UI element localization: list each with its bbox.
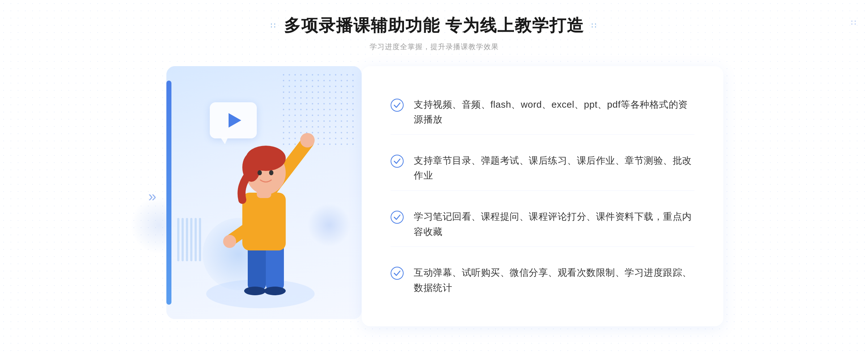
features-panel: 支持视频、音频、flash、word、excel、ppt、pdf等各种格式的资源… [362,66,723,326]
content-area: » [145,66,723,326]
feature-text-3: 学习笔记回看、课程提问、课程评论打分、课件资料下载，重点内容收藏 [414,209,694,239]
svg-point-18 [391,99,403,111]
feature-text-4: 互动弹幕、试听购买、微信分享、观看次数限制、学习进度跟踪、数据统计 [414,265,694,295]
title-dots-right: ∷ [591,21,597,30]
subtitle: 学习进度全掌握，提升录播课教学效果 [271,42,598,52]
feature-item-4: 互动弹幕、试听购买、微信分享、观看次数限制、学习进度跟踪、数据统计 [391,258,694,302]
svg-point-19 [391,155,403,167]
person-illustration [195,113,333,315]
feature-item-1: 支持视频、音频、flash、word、excel、ppt、pdf等各种格式的资源… [391,90,694,135]
svg-point-14 [258,170,262,175]
svg-point-20 [391,211,403,223]
check-icon-3 [391,211,404,224]
title-dots-left: ∷ [271,21,277,30]
main-title: 多项录播课辅助功能 专为线上教学打造 [284,14,584,37]
left-chevrons-decoration: » [148,188,156,205]
feature-item-3: 学习笔记回看、课程提问、课程评论打分、课件资料下载，重点内容收藏 [391,202,694,247]
illustration-card [166,66,362,319]
svg-point-6 [264,287,286,295]
check-icon-4 [391,267,404,280]
blue-accent-bar [166,81,171,305]
title-row: ∷ 多项录播课辅助功能 专为线上教学打造 ∷ [271,14,598,37]
feature-item-2: 支持章节目录、弹题考试、课后练习、课后作业、章节测验、批改作业 [391,146,694,191]
feature-text-1: 支持视频、音频、flash、word、excel、ppt、pdf等各种格式的资源… [414,97,694,127]
svg-point-16 [300,133,315,147]
svg-point-15 [269,170,273,175]
check-icon-2 [391,155,404,168]
illustration-wrapper: » [145,66,369,326]
header-section: ∷ 多项录播课辅助功能 专为线上教学打造 ∷ 学习进度全掌握，提升录播课教学效果 [271,14,598,52]
check-icon-1 [391,99,404,112]
svg-point-17 [223,235,236,248]
feature-text-2: 支持章节目录、弹题考试、课后练习、课后作业、章节测验、批改作业 [414,153,694,183]
svg-point-21 [391,267,403,279]
svg-point-5 [244,287,266,295]
page-wrapper: ∷ ∷ 多项录播课辅助功能 专为线上教学打造 ∷ 学习进度全掌握，提升录播课教学… [0,0,868,352]
right-dots-decoration: ∷ [851,18,857,27]
